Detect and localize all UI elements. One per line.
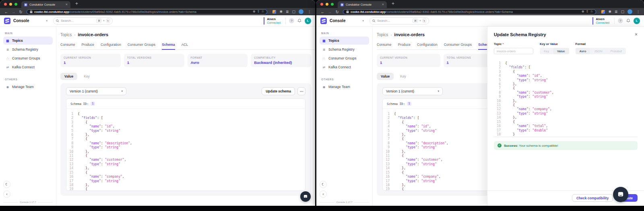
- close-window-button[interactable]: [4, 3, 7, 6]
- fullscreen-window-button[interactable]: [331, 3, 334, 6]
- close-window-button[interactable]: [320, 3, 323, 6]
- topic-tab[interactable]: Configuration: [417, 41, 438, 50]
- sidebar-item[interactable]: ▦ Topics: [3, 37, 53, 45]
- browser-menu-icon[interactable]: ⋮: [636, 10, 640, 14]
- version-select[interactable]: Version 1 (current) ▾: [66, 87, 126, 95]
- key-value-tab[interactable]: Key: [80, 73, 94, 80]
- browser-menu-icon[interactable]: ⋮: [307, 10, 311, 14]
- key-value-tab[interactable]: Value: [377, 73, 394, 80]
- reload-icon[interactable]: ↻: [334, 9, 340, 15]
- dark-mode-toggle[interactable]: ☾: [3, 181, 10, 188]
- topic-tab[interactable]: Consume: [60, 41, 75, 50]
- line-number: 8: [494, 91, 505, 95]
- app-brand[interactable]: Console: [13, 18, 29, 23]
- side-panel-icon[interactable]: ▢: [292, 10, 295, 14]
- tab-close-icon[interactable]: ×: [382, 3, 384, 6]
- cluster-selector[interactable]: Aiven Connected: [264, 17, 281, 25]
- schema-editor[interactable]: 1 { 2 "fields": [ 3 { 4: [494, 58, 638, 137]
- search-input[interactable]: Search... ⌘ + k: [53, 17, 113, 25]
- browser-profile-avatar[interactable]: [627, 9, 632, 14]
- reading-list-icon[interactable]: ≣: [615, 10, 618, 14]
- dark-mode-toggle[interactable]: ☾: [320, 181, 327, 188]
- side-panel-icon[interactable]: ▢: [621, 10, 624, 14]
- sidebar-item[interactable]: ◉ Manage Team: [3, 83, 53, 91]
- chevron-down-icon[interactable]: ▾: [46, 19, 47, 23]
- user-avatar[interactable]: L: [634, 18, 640, 24]
- key-value-tab[interactable]: Key: [396, 73, 410, 80]
- topic-tab[interactable]: Configuration: [101, 41, 121, 50]
- share-icon[interactable]: ⇧: [586, 10, 589, 13]
- translate-icon[interactable]: ⊕: [253, 10, 256, 13]
- extension-icon[interactable]: [272, 10, 276, 14]
- notifications-bell-icon[interactable]: [626, 18, 630, 23]
- sidebar-item[interactable]: ∴ Consumer Groups: [3, 54, 53, 62]
- sidebar-item[interactable]: ⇄ Kafka Connect: [3, 63, 53, 71]
- segment-option[interactable]: Value: [553, 48, 569, 54]
- code-text: {: [394, 154, 404, 158]
- topic-tab[interactable]: Consumer Groups: [128, 41, 155, 50]
- close-icon[interactable]: ×: [635, 32, 638, 37]
- share-icon[interactable]: ⇧: [257, 10, 260, 13]
- update-schema-button[interactable]: Update schema: [262, 87, 295, 95]
- topic-tab[interactable]: Produce: [81, 41, 94, 50]
- browser-tab[interactable]: Conduktor Console ×: [338, 1, 387, 8]
- topic-tab[interactable]: Consumer Groups: [444, 41, 472, 50]
- browser-tab[interactable]: Conduktor Console ×: [21, 1, 70, 8]
- help-icon[interactable]: ?: [618, 18, 623, 23]
- chevron-down-icon[interactable]: ▾: [362, 19, 364, 23]
- topic-tab[interactable]: Produce: [398, 41, 411, 50]
- back-icon[interactable]: ←: [320, 9, 326, 15]
- topic-tab[interactable]: Consume: [377, 41, 391, 50]
- bookmark-star-icon[interactable]: ☆: [261, 10, 264, 13]
- sidebar-item[interactable]: ≣ Schema Registry: [3, 45, 53, 53]
- segment-option[interactable]: JSON: [590, 48, 606, 54]
- app-brand[interactable]: Console: [330, 18, 345, 23]
- check-compatibility-button[interactable]: Check compatibility: [572, 194, 613, 202]
- sidebar-item[interactable]: ▦ Topics: [320, 37, 369, 45]
- breadcrumb-root[interactable]: Topics: [60, 33, 72, 37]
- back-icon[interactable]: ←: [3, 9, 9, 15]
- topic-tab[interactable]: ACL: [182, 41, 188, 50]
- address-bar[interactable]: cooke-ltd.conduktor.app/console/clusters…: [27, 9, 267, 14]
- fullscreen-window-button[interactable]: [14, 3, 17, 6]
- sidebar-item[interactable]: ⇄ Kafka Connect: [320, 63, 369, 71]
- minimize-window-button[interactable]: [9, 3, 12, 6]
- segment-option[interactable]: Key: [540, 48, 553, 54]
- new-tab-button[interactable]: +: [70, 1, 78, 8]
- tab-close-icon[interactable]: ×: [66, 3, 68, 6]
- segment-option[interactable]: Protobuf: [606, 48, 625, 54]
- reading-list-icon[interactable]: ≣: [286, 10, 289, 14]
- breadcrumb-root[interactable]: Topics: [377, 33, 388, 37]
- reload-icon[interactable]: ↻: [18, 9, 24, 15]
- collapse-sidebar-button[interactable]: ‹: [3, 191, 10, 198]
- more-options-button[interactable]: ⋯: [297, 87, 305, 95]
- segment-option[interactable]: Avro: [576, 48, 590, 54]
- collapse-sidebar-button[interactable]: ‹: [320, 191, 327, 198]
- topic-tab[interactable]: Schema: [162, 41, 175, 50]
- bookmark-star-icon[interactable]: ☆: [590, 10, 593, 13]
- sidebar-item[interactable]: ∴ Consumer Groups: [320, 54, 369, 62]
- sidebar-section-others: OTHERS: [0, 76, 56, 82]
- address-bar[interactable]: cooke-ltd.conduktor.app/console/clusters…: [343, 9, 596, 14]
- key-value-tab[interactable]: Value: [60, 73, 77, 80]
- translate-icon[interactable]: ⊕: [582, 10, 584, 13]
- notifications-bell-icon[interactable]: [297, 18, 301, 23]
- intercom-chat-button[interactable]: [300, 191, 311, 202]
- help-icon[interactable]: ?: [289, 18, 294, 23]
- cluster-selector[interactable]: Aiven Connected: [592, 17, 609, 25]
- user-avatar[interactable]: L: [305, 18, 311, 24]
- code-text: "type": "string": [505, 78, 548, 82]
- search-input[interactable]: Search... ⌘ + k: [369, 17, 429, 25]
- code-text: }: [505, 133, 515, 137]
- browser-profile-avatar[interactable]: [299, 9, 303, 14]
- pinned-extension-icon[interactable]: ✱: [279, 10, 283, 14]
- sidebar-item[interactable]: ◉ Manage Team: [320, 83, 369, 91]
- version-select[interactable]: Version 1 (current) ▾: [382, 87, 443, 95]
- minimize-window-button[interactable]: [326, 3, 328, 6]
- new-tab-button[interactable]: +: [387, 1, 394, 8]
- pinned-extension-icon[interactable]: ✱: [608, 10, 611, 14]
- extension-icon[interactable]: [601, 10, 605, 14]
- intercom-chat-button[interactable]: [613, 187, 628, 202]
- sidebar-item[interactable]: ≣ Schema Registry: [320, 45, 369, 53]
- topic-input[interactable]: invoice-orders: [494, 48, 533, 54]
